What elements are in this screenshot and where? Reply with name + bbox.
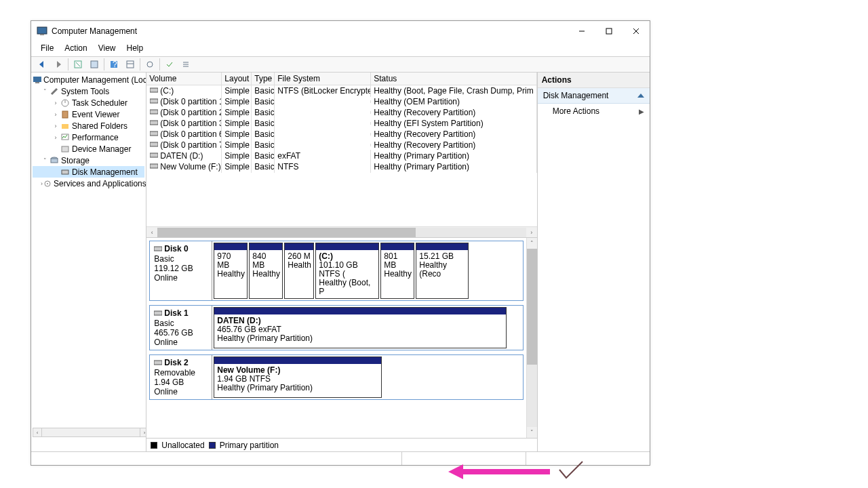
col-filesystem[interactable]: File System [275,73,371,85]
collapse-up-icon [637,94,644,98]
tree-device-manager[interactable]: Device Manager [33,143,144,155]
partition[interactable]: DATEN (D:)465.76 GB exFATHealthy (Primar… [214,307,507,348]
chevron-right-icon[interactable]: › [52,100,60,106]
volume-row[interactable]: (Disk 0 partition 2)SimpleBasicHealthy (… [146,107,536,118]
scroll-track[interactable] [527,249,537,427]
partition-status: Healthy (Boot, P [319,279,376,296]
menu-view[interactable]: View [93,41,121,56]
partition[interactable]: 840 MBHealthy [249,243,283,299]
volume-row[interactable]: DATEN (D:)SimpleBasicexFATHealthy (Prima… [146,150,536,161]
col-type[interactable]: Type [252,73,275,85]
tree-services[interactable]: ›Services and Applications [33,178,144,189]
chevron-right-icon[interactable]: › [52,134,60,141]
disk-info[interactable]: Disk 1Basic465.76 GBOnline [150,306,212,350]
back-button[interactable] [35,57,50,72]
scroll-left-icon[interactable]: ‹ [33,428,42,437]
svg-rect-31 [150,88,158,92]
help-icon[interactable]: ? [106,57,121,72]
scroll-track[interactable] [157,228,526,237]
svg-rect-33 [150,110,158,114]
partition-bar [214,243,247,250]
volume-fs: NTFS [275,161,371,173]
disk-title: Disk 0 [164,244,188,253]
volume-row[interactable]: (Disk 0 partition 7)SimpleBasicHealthy (… [146,140,536,150]
list-icon[interactable] [178,57,193,72]
tree-shared-folders[interactable]: ›Shared Folders [33,120,144,131]
scroll-left-icon[interactable]: ‹ [146,227,157,238]
chevron-down-icon[interactable]: ˅ [41,157,49,164]
properties-icon[interactable] [87,57,102,72]
nav-tree[interactable]: Computer Management (Local ˅System Tools… [31,73,146,451]
menu-help[interactable]: Help [121,41,149,56]
partition[interactable]: (C:)101.10 GB NTFS (Healthy (Boot, P [315,243,379,299]
close-button[interactable] [623,22,650,41]
scroll-track[interactable] [42,428,140,437]
volume-row[interactable]: (C:)SimpleBasicNTFS (BitLocker Encrypted… [146,85,536,96]
scroll-down-icon[interactable]: ˅ [527,427,537,438]
panel-icon[interactable] [123,57,138,72]
tree-performance[interactable]: ›Performance [33,131,144,143]
svg-rect-1 [40,34,44,35]
maximize-button[interactable] [595,22,623,41]
chevron-right-icon[interactable]: › [52,123,60,129]
partition[interactable]: 260 MHealth [284,243,314,299]
tree-root[interactable]: Computer Management (Local [33,74,144,85]
clock-icon [60,98,71,108]
scroll-right-icon[interactable]: › [140,428,146,437]
disk-row: Disk 2Removable1.94 GBOnlineNew Volume (… [149,354,523,400]
col-volume[interactable]: Volume [146,73,222,85]
toolbar-separator [104,58,104,70]
disk-title: Disk 1 [164,308,188,318]
chevron-right-icon[interactable]: › [52,111,60,118]
svg-rect-9 [91,61,98,68]
scroll-right-icon[interactable]: › [526,227,537,238]
volume-hscroll[interactable]: ‹ › [146,226,536,237]
scroll-up-icon[interactable]: ˄ [527,238,537,249]
partition[interactable]: 15.21 GBHealthy (Reco [416,243,469,299]
menu-file[interactable]: File [35,41,59,56]
partition[interactable]: New Volume (F:)1.94 GB NTFSHealthy (Prim… [214,357,382,398]
col-status[interactable]: Status [371,73,536,85]
svg-rect-39 [154,247,162,251]
disk-row: Disk 1Basic465.76 GBOnlineDATEN (D:)465.… [149,305,523,350]
toolbar-separator [140,58,140,70]
scroll-thumb[interactable] [527,249,537,365]
tree-system-tools[interactable]: ˅System Tools [33,85,144,97]
partition[interactable]: 801 MBHealthy [380,243,414,299]
disk-info[interactable]: Disk 2Removable1.94 GBOnline [150,355,212,399]
scroll-thumb[interactable] [157,228,415,237]
volume-row[interactable]: New Volume (F:)SimpleBasicNTFSHealthy (P… [146,161,536,172]
svg-rect-41 [154,361,162,365]
menubar: File Action View Help [31,41,650,56]
chevron-right-icon: ▶ [639,108,644,115]
tree-hscroll[interactable]: ‹ › [33,428,146,437]
disk-info[interactable]: Disk 0Basic119.12 GBOnline [150,241,212,300]
refresh-icon[interactable] [71,57,85,72]
volume-row[interactable]: (Disk 0 partition 3)SimpleBasicHealthy (… [146,118,536,129]
col-layout[interactable]: Layout [222,73,252,85]
tree-event-viewer[interactable]: ›Event Viewer [33,108,144,120]
volume-row[interactable]: (Disk 0 partition 1)SimpleBasicHealthy (… [146,96,536,107]
volume-name: (C:) [160,86,174,96]
partition[interactable]: 970 MBHealthy [214,243,248,299]
menu-action[interactable]: Action [59,41,92,56]
svg-marker-6 [39,61,43,68]
settings-icon[interactable] [142,57,157,72]
disk-vscroll[interactable]: ˄ ˅ [526,238,537,438]
tree-disk-management[interactable]: Disk Management [33,166,144,178]
volume-row[interactable]: (Disk 0 partition 6)SimpleBasicHealthy (… [146,129,536,140]
forward-button[interactable] [51,57,66,72]
computer-management-icon [37,26,47,37]
minimize-button[interactable] [568,22,595,41]
svg-rect-40 [154,311,162,315]
disk-type: Removable [154,368,195,378]
svg-point-30 [47,183,48,184]
chevron-down-icon[interactable]: ˅ [41,88,49,95]
actions-more[interactable]: More Actions ▶ [538,104,650,119]
disk-icon [154,245,162,254]
actions-disk-management[interactable]: Disk Management [538,88,650,104]
tree-task-scheduler[interactable]: ›Task Scheduler [33,97,144,108]
partition-status: Healthy (Primary Partition) [217,384,378,392]
check-icon[interactable] [162,57,177,72]
tree-storage[interactable]: ˅Storage [33,155,144,166]
